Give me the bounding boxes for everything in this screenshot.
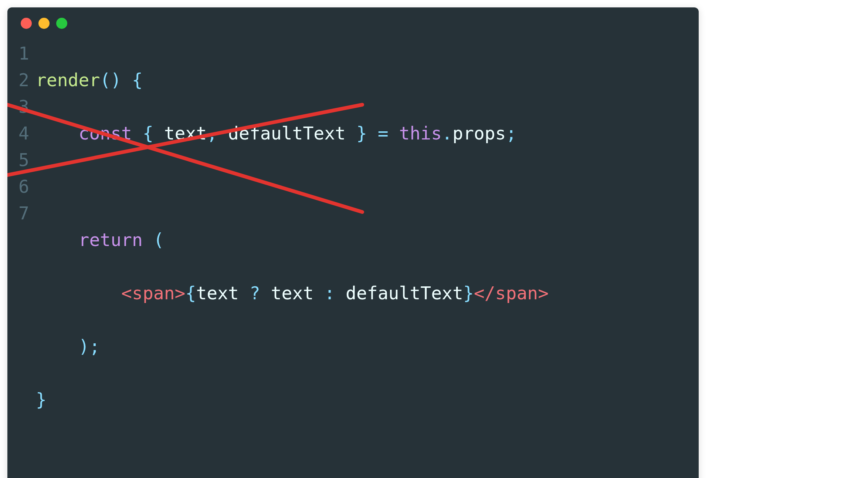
line-number: 7: [18, 200, 29, 226]
line-number: 3: [18, 93, 29, 120]
code-content[interactable]: render() { const { text, defaultText } =…: [36, 40, 549, 466]
token-tag-name: span: [132, 283, 175, 303]
line-number: 6: [18, 173, 29, 200]
window-titlebar: [7, 7, 699, 36]
token-punc: }: [463, 283, 474, 303]
token-punc: (: [153, 229, 164, 250]
close-icon[interactable]: [21, 18, 32, 29]
token-punc: }: [36, 389, 47, 410]
token-keyword: return: [79, 229, 143, 250]
token-space: [132, 123, 143, 144]
token-identifier: text: [164, 123, 207, 144]
token-identifier: text: [271, 283, 314, 303]
token-punc: ,: [207, 123, 228, 144]
token-punc: {: [132, 70, 143, 90]
token-identifier: props: [452, 123, 506, 144]
token-tag-name: span: [495, 283, 538, 303]
token-operator: =: [367, 123, 399, 144]
code-line: <span>{text ? text : defaultText}</span>: [36, 280, 549, 306]
token-punc: (: [100, 70, 111, 90]
token-punc: ;: [89, 336, 100, 357]
token-keyword: const: [79, 123, 132, 144]
token-punc: {: [143, 123, 164, 144]
token-indent: [36, 283, 121, 303]
code-line: }: [36, 386, 549, 413]
line-number-gutter: 1 2 3 4 5 6 7: [18, 40, 36, 466]
code-line: const { text, defaultText } = this.props…: [36, 120, 549, 147]
line-number: 5: [18, 147, 29, 173]
token-punc: {: [186, 283, 196, 303]
token-identifier: defaultText: [346, 283, 463, 303]
token-function-name: render: [36, 70, 100, 90]
token-punc: ): [111, 70, 121, 90]
line-number: 2: [18, 67, 29, 93]
token-identifier: text: [196, 283, 239, 303]
maximize-icon[interactable]: [56, 18, 67, 29]
code-line: return (: [36, 226, 549, 253]
minimize-icon[interactable]: [38, 18, 50, 29]
token-tag-open: <: [121, 283, 132, 303]
token-identifier: defaultText: [228, 123, 346, 144]
code-area: 1 2 3 4 5 6 7 render() { const { text, d…: [7, 36, 699, 470]
code-editor-window: 1 2 3 4 5 6 7 render() { const { text, d…: [7, 7, 699, 478]
token-tag-open: </: [474, 283, 495, 303]
code-line: );: [36, 333, 549, 360]
token-space: [121, 70, 132, 90]
line-number: 1: [18, 40, 29, 67]
token-punc: .: [442, 123, 452, 144]
token-punc: ;: [506, 123, 516, 144]
token-operator: ?: [239, 283, 271, 303]
token-indent: [36, 123, 79, 144]
token-operator: :: [313, 283, 346, 303]
token-indent: [36, 336, 79, 357]
token-tag-close: >: [538, 283, 549, 303]
code-line: [36, 173, 549, 200]
line-number: 4: [18, 120, 29, 147]
code-line: render() {: [36, 67, 549, 93]
token-indent: [36, 229, 79, 250]
token-tag-close: >: [175, 283, 186, 303]
token-punc: ): [79, 336, 89, 357]
token-space: [143, 229, 153, 250]
token-punc: }: [346, 123, 367, 144]
token-this: this: [399, 123, 442, 144]
